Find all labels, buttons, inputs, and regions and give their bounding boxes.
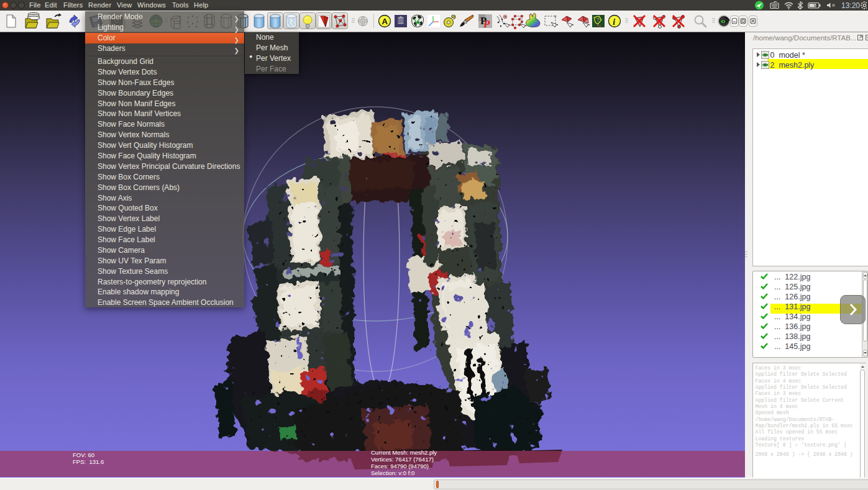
svg-text:i: i xyxy=(613,17,615,27)
svg-text:P: P xyxy=(483,18,490,30)
svg-text:Current Mesh: mesh2.ply: Current Mesh: mesh2.ply xyxy=(371,449,437,456)
svg-text:Faces: 94790 (94790): Faces: 94790 (94790) xyxy=(371,463,429,470)
svg-text:... 131.jpg: ... 131.jpg xyxy=(774,302,810,311)
svg-text:... 136.jpg: ... 136.jpg xyxy=(774,322,810,331)
svg-text:Selection: v:0 f:0: Selection: v:0 f:0 xyxy=(371,470,414,476)
svg-text:... 125.jpg: ... 125.jpg xyxy=(774,283,810,291)
svg-text:... 134.jpg: ... 134.jpg xyxy=(774,312,810,321)
svg-text:A: A xyxy=(381,17,388,26)
svg-text:Vertices: 76417 (76417): Vertices: 76417 (76417) xyxy=(371,456,434,463)
svg-text:tex: tex xyxy=(597,24,601,27)
svg-text:... 145.jpg: ... 145.jpg xyxy=(774,342,810,351)
svg-text:... 126.jpg: ... 126.jpg xyxy=(774,293,810,301)
svg-text:... 138.jpg: ... 138.jpg xyxy=(774,332,810,341)
svg-text:FOV: 60: FOV: 60 xyxy=(73,451,94,458)
svg-text:... 122.jpg: ... 122.jpg xyxy=(774,273,810,281)
svg-text:FPS: 131.6: FPS: 131.6 xyxy=(73,458,104,465)
svg-text:13:20: 13:20 xyxy=(841,1,860,10)
